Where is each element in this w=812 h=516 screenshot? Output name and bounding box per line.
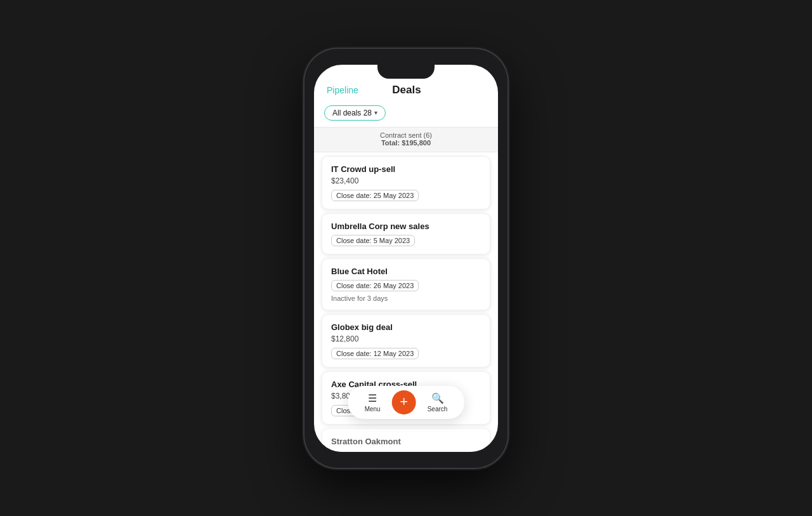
chevron-down-icon: ▾ (374, 109, 377, 116)
filter-label: All deals 28 (332, 109, 372, 117)
deal-close-date: Close date: 5 May 2023 (331, 235, 415, 246)
section-total: Total: $195,800 (314, 139, 498, 147)
deal-card[interactable]: Globex big deal $12,800 Close date: 12 M… (322, 314, 490, 367)
search-nav-item[interactable]: 🔍 Search (421, 390, 454, 415)
deal-close-date: Close date: 26 May 2023 (331, 280, 419, 291)
section-title: Contract sent (6) (314, 131, 498, 139)
deal-name: Stratton Oakmont (331, 437, 481, 446)
deal-close-date: Close date: 12 May 2023 (331, 348, 419, 359)
deal-amount: $23,400 (331, 176, 481, 185)
search-label: Search (428, 406, 448, 413)
deal-close-date: Close date: 25 May 2023 (331, 190, 419, 201)
deal-card[interactable]: Blue Cat Hotel Close date: 26 May 2023 I… (322, 258, 490, 310)
all-deals-filter[interactable]: All deals 28 ▾ (324, 105, 386, 121)
section-header: Contract sent (6) Total: $195,800 (314, 127, 498, 152)
deal-name: Globex big deal (331, 322, 481, 332)
filter-bar: All deals 28 ▾ (314, 103, 498, 127)
add-button[interactable]: + (392, 390, 416, 414)
deal-name: Umbrella Corp new sales (331, 222, 481, 231)
menu-label: Menu (365, 406, 381, 413)
deal-card[interactable]: Umbrella Corp new sales Close date: 5 Ma… (322, 213, 490, 255)
page-title: Deals (392, 84, 421, 96)
deal-inactive-status: Inactive for 3 days (331, 294, 481, 302)
search-icon: 🔍 (431, 392, 444, 404)
deal-name: Blue Cat Hotel (331, 267, 481, 276)
phone-screen: Pipeline Deals All deals 28 ▾ Contract s… (314, 65, 498, 452)
phone-notch (377, 65, 435, 79)
deal-name: IT Crowd up-sell (331, 164, 481, 174)
pipeline-link[interactable]: Pipeline (327, 85, 358, 95)
deal-card[interactable]: IT Crowd up-sell $23,400 Close date: 25 … (322, 156, 490, 209)
deal-amount: $12,800 (331, 334, 481, 343)
plus-icon: + (400, 395, 408, 409)
menu-icon: ☰ (368, 392, 377, 404)
bottom-nav: ☰ Menu + 🔍 Search (348, 386, 464, 419)
menu-nav-item[interactable]: ☰ Menu (358, 390, 387, 415)
deal-card-partial[interactable]: Stratton Oakmont (322, 428, 490, 452)
phone-frame: Pipeline Deals All deals 28 ▾ Contract s… (304, 49, 508, 468)
